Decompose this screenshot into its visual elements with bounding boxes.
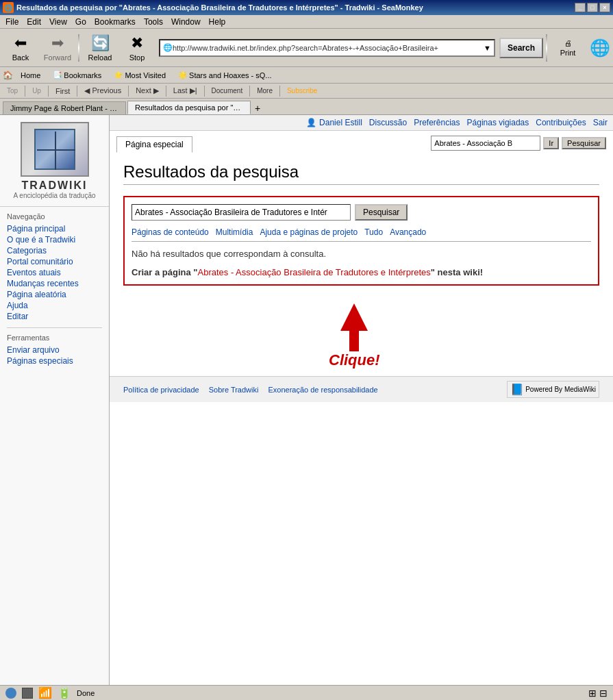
page-topbar: 👤 Daniel Estill Discussão Preferências P… bbox=[110, 115, 613, 131]
minimize-button[interactable]: _ bbox=[575, 3, 586, 12]
sidebar-link-4[interactable]: Eventos atuais bbox=[7, 267, 102, 278]
ir-button[interactable]: Ir bbox=[543, 137, 559, 149]
nav2-up[interactable]: Up bbox=[28, 86, 45, 95]
reload-label: Reload bbox=[88, 53, 112, 62]
logo-box bbox=[21, 122, 89, 177]
footer-link-1[interactable]: Sobre Tradwiki bbox=[209, 386, 259, 394]
nav2-more[interactable]: More bbox=[253, 86, 277, 95]
status-right: ⊞ ⊟ bbox=[588, 688, 608, 699]
nav-pesquisar-button[interactable]: Pesquisar bbox=[562, 137, 606, 149]
bookmark-bookmarks[interactable]: 📑 Bookmarks bbox=[48, 68, 106, 82]
search-tab-0[interactable]: Páginas de conteúdo bbox=[132, 227, 209, 237]
nav2-top[interactable]: Top bbox=[3, 86, 22, 95]
address-dropdown-icon[interactable]: ▼ bbox=[484, 44, 491, 52]
address-text: http://www.tradwiki.net.br/index.php?sea… bbox=[173, 44, 484, 52]
tab-1[interactable]: Resultados da pesquisa por "Abrates - As… bbox=[127, 101, 251, 114]
bookmark-most-visited[interactable]: ⭐ Most Visited bbox=[109, 68, 171, 82]
print-icon: 🖨 bbox=[564, 39, 572, 47]
nav2-first[interactable]: First bbox=[51, 86, 74, 96]
menu-view[interactable]: View bbox=[45, 16, 71, 28]
maximize-button[interactable]: □ bbox=[587, 3, 598, 12]
address-bar[interactable]: 🌐 http://www.tradwiki.net.br/index.php?s… bbox=[159, 39, 495, 57]
page-tab-area: Página especial bbox=[116, 134, 194, 153]
page-title: Resultados da pesquisa bbox=[123, 162, 599, 185]
topbar-preferencias[interactable]: Preferências bbox=[414, 118, 460, 127]
page-nav-search-input[interactable] bbox=[431, 136, 540, 151]
nav2-document[interactable]: Document bbox=[208, 86, 247, 95]
sidebar-tool-1[interactable]: Páginas especiais bbox=[7, 355, 102, 366]
close-button[interactable]: × bbox=[599, 3, 610, 12]
main-search-input[interactable] bbox=[132, 204, 351, 221]
stop-button[interactable]: ✖ Stop bbox=[119, 32, 155, 64]
sidebar-link-3[interactable]: Portal comunitário bbox=[7, 256, 102, 267]
user-link[interactable]: Daniel Estill bbox=[319, 118, 362, 127]
back-button[interactable]: ⬅ Back bbox=[3, 32, 38, 64]
tab-1-label: Resultados da pesquisa por "Abrates - As… bbox=[135, 103, 251, 112]
search-tab-4[interactable]: Avançado bbox=[390, 227, 426, 237]
search-tab-3[interactable]: Tudo bbox=[364, 227, 383, 237]
tab-0-label: Jimmy Page & Robert Plant - Profile - Gr… bbox=[10, 104, 126, 112]
create-page-link[interactable]: Abrates - Associação Brasileira de Tradu… bbox=[197, 267, 430, 277]
page-nav-area: Página especial Ir Pesquisar bbox=[110, 131, 613, 155]
window-controls[interactable]: _ □ × bbox=[575, 3, 610, 12]
nav2-last[interactable]: Last ▶| bbox=[169, 86, 201, 96]
search-button[interactable]: Search bbox=[499, 38, 543, 58]
sidebar-tools-title: Ferramentas bbox=[7, 334, 102, 342]
sidebar-link-6[interactable]: Página aleatória bbox=[7, 289, 102, 300]
sidebar-tool-0[interactable]: Enviar arquivo bbox=[7, 345, 102, 355]
menu-help[interactable]: Help bbox=[205, 16, 230, 28]
menu-bookmarks[interactable]: Bookmarks bbox=[90, 16, 140, 28]
new-tab-button[interactable]: + bbox=[252, 102, 263, 114]
menu-tools[interactable]: Tools bbox=[140, 16, 167, 28]
search-tab-1[interactable]: Multimídia bbox=[216, 227, 253, 237]
nav-toolbar: ⬅ Back ➡ Forward 🔄 Reload ✖ Stop 🌐 http:… bbox=[0, 29, 613, 67]
menu-file[interactable]: File bbox=[1, 16, 23, 28]
sidebar-tagline: A enciclopédia da tradução bbox=[13, 192, 95, 199]
topbar-paginas-vigiadas[interactable]: Páginas vigiadas bbox=[467, 118, 529, 127]
sidebar-link-8[interactable]: Editar bbox=[7, 311, 102, 322]
menu-edit[interactable]: Edit bbox=[23, 16, 45, 28]
sidebar-link-2[interactable]: Categorias bbox=[7, 245, 102, 256]
sidebar-divider bbox=[7, 327, 102, 328]
sidebar-nav-title: Navegação bbox=[7, 212, 102, 221]
bookmark-stars[interactable]: 🌟 Stars and Hoaxes - sQ... bbox=[173, 68, 276, 82]
topbar-discussao[interactable]: Discussão bbox=[369, 118, 407, 127]
nav2-previous[interactable]: ◀ Previous bbox=[80, 86, 125, 96]
topbar-contribuicoes[interactable]: Contribuições bbox=[536, 118, 586, 127]
menu-go[interactable]: Go bbox=[71, 16, 90, 28]
search-box-wrapper: Pesquisar Páginas de conteúdo Multimídia… bbox=[123, 196, 599, 286]
sidebar-nav: Navegação Página principal O que é a Tra… bbox=[0, 207, 109, 372]
forward-button[interactable]: ➡ Forward bbox=[40, 32, 75, 64]
sidebar-link-5[interactable]: Mudanças recentes bbox=[7, 278, 102, 289]
footer-link-0[interactable]: Política de privacidade bbox=[123, 386, 199, 394]
home-icon: 🏠 bbox=[3, 71, 13, 80]
nav2-subscribe[interactable]: Subscribe bbox=[283, 86, 321, 95]
bookmark-home[interactable]: Home bbox=[16, 69, 45, 82]
menubar: File Edit View Go Bookmarks Tools Window… bbox=[0, 15, 613, 29]
print-button[interactable]: 🖨 Print bbox=[550, 32, 586, 64]
content-area: Resultados da pesquisa Pesquisar Páginas… bbox=[110, 155, 613, 376]
menu-window[interactable]: Window bbox=[167, 16, 205, 28]
footer-link-2[interactable]: Exoneração de responsabilidade bbox=[268, 386, 377, 394]
nav2-next[interactable]: Next ▶ bbox=[132, 86, 163, 96]
nav2-sep2 bbox=[48, 86, 49, 97]
nav2-sep8 bbox=[279, 86, 280, 97]
main-pesquisar-button[interactable]: Pesquisar bbox=[355, 204, 408, 221]
search-tab-2[interactable]: Ajuda e páginas de projeto bbox=[260, 227, 358, 237]
nav2-toolbar: Top Up First ◀ Previous Next ▶ Last ▶| D… bbox=[0, 84, 613, 99]
nav2-sep6 bbox=[204, 86, 205, 97]
sidebar-link-7[interactable]: Ajuda bbox=[7, 300, 102, 311]
sidebar-link-0[interactable]: Página principal bbox=[7, 223, 102, 234]
titlebar: 🌐 Resultados da pesquisa por "Abrates - … bbox=[0, 0, 613, 15]
arrow-head bbox=[340, 303, 368, 331]
stop-label: Stop bbox=[129, 53, 145, 62]
back-icon: ⬅ bbox=[14, 34, 27, 52]
tab-0[interactable]: Jimmy Page & Robert Plant - Profile - Gr… bbox=[3, 101, 126, 114]
topbar-sair[interactable]: Sair bbox=[593, 118, 608, 127]
page-tab-especial[interactable]: Página especial bbox=[116, 136, 192, 153]
reload-button[interactable]: 🔄 Reload bbox=[82, 32, 118, 64]
globe-icon: 🌐 bbox=[590, 38, 610, 58]
bookmarks-label: Bookmarks bbox=[64, 71, 101, 79]
mediawiki-icon: 📘 bbox=[510, 383, 524, 396]
sidebar-link-1[interactable]: O que é a Tradwiki bbox=[7, 234, 102, 245]
